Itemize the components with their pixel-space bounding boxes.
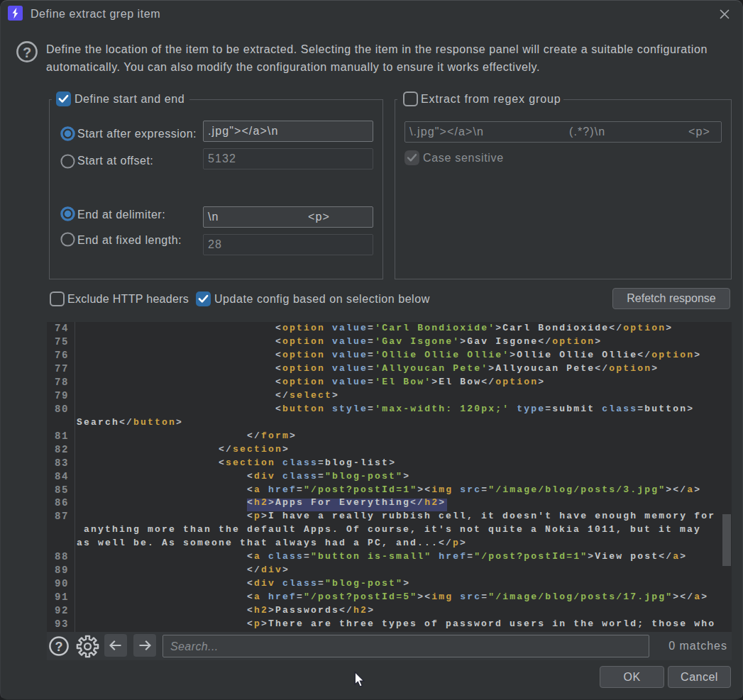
svg-text:?: ? (55, 640, 63, 654)
svg-text:?: ? (23, 45, 31, 60)
